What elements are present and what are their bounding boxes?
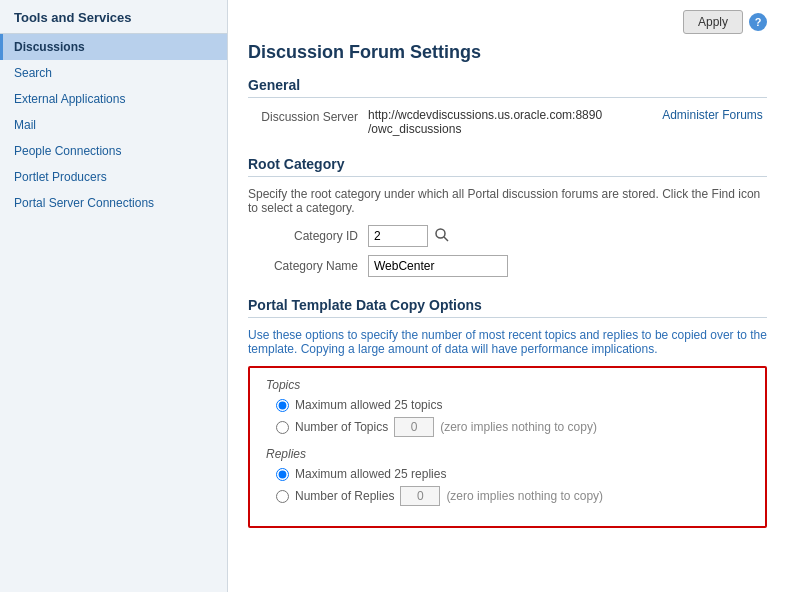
svg-point-0 bbox=[436, 229, 445, 238]
topics-group: Topics Maximum allowed 25 topics Number … bbox=[266, 378, 749, 437]
topics-max-radio-row: Maximum allowed 25 topics bbox=[266, 398, 749, 412]
topics-max-radio[interactable] bbox=[276, 399, 289, 412]
root-category-section: Root Category Specify the root category … bbox=[248, 156, 767, 277]
portal-template-header: Portal Template Data Copy Options bbox=[248, 297, 767, 318]
server-url-line2: /owc_discussions bbox=[368, 122, 602, 136]
topics-number-input[interactable] bbox=[394, 417, 434, 437]
sidebar-item-discussions[interactable]: Discussions bbox=[0, 34, 227, 60]
sidebar-item-portlet-producers[interactable]: Portlet Producers bbox=[0, 164, 227, 190]
topics-max-label[interactable]: Maximum allowed 25 topics bbox=[295, 398, 442, 412]
category-name-row: Category Name bbox=[248, 255, 767, 277]
search-icon[interactable] bbox=[434, 227, 450, 246]
sidebar: Tools and Services Discussions Search Ex… bbox=[0, 0, 228, 592]
discussion-server-row: Discussion Server http://wcdevdiscussion… bbox=[248, 108, 767, 136]
general-section: General Discussion Server http://wcdevdi… bbox=[248, 77, 767, 136]
svg-line-1 bbox=[444, 237, 448, 241]
topics-number-label[interactable]: Number of Topics bbox=[295, 420, 388, 434]
general-section-header: General bbox=[248, 77, 767, 98]
replies-max-label[interactable]: Maximum allowed 25 replies bbox=[295, 467, 446, 481]
sidebar-item-people-connections[interactable]: People Connections bbox=[0, 138, 227, 164]
topics-number-radio[interactable] bbox=[276, 421, 289, 434]
replies-max-radio[interactable] bbox=[276, 468, 289, 481]
server-url-line1: http://wcdevdiscussions.us.oracle.com:88… bbox=[368, 108, 602, 122]
category-id-input[interactable] bbox=[368, 225, 428, 247]
replies-group-title: Replies bbox=[266, 447, 749, 461]
discussion-server-value: http://wcdevdiscussions.us.oracle.com:88… bbox=[368, 108, 602, 136]
top-bar: Apply ? bbox=[248, 10, 767, 34]
help-icon[interactable]: ? bbox=[749, 13, 767, 31]
replies-max-radio-row: Maximum allowed 25 replies bbox=[266, 467, 749, 481]
topics-zero-hint: (zero implies nothing to copy) bbox=[440, 420, 597, 434]
page-title: Discussion Forum Settings bbox=[248, 42, 767, 63]
apply-button[interactable]: Apply bbox=[683, 10, 743, 34]
sidebar-item-mail[interactable]: Mail bbox=[0, 112, 227, 138]
main-content: Apply ? Discussion Forum Settings Genera… bbox=[228, 0, 787, 592]
root-category-header: Root Category bbox=[248, 156, 767, 177]
administer-forums-link[interactable]: Administer Forums bbox=[662, 108, 763, 122]
category-id-label: Category ID bbox=[248, 229, 368, 243]
sidebar-item-search[interactable]: Search bbox=[0, 60, 227, 86]
replies-zero-hint: (zero implies nothing to copy) bbox=[446, 489, 603, 503]
replies-number-input[interactable] bbox=[400, 486, 440, 506]
topics-number-radio-row: Number of Topics (zero implies nothing t… bbox=[266, 417, 749, 437]
replies-number-radio[interactable] bbox=[276, 490, 289, 503]
sidebar-item-external-applications[interactable]: External Applications bbox=[0, 86, 227, 112]
category-id-row: Category ID bbox=[248, 225, 767, 247]
replies-number-radio-row: Number of Replies (zero implies nothing … bbox=[266, 486, 749, 506]
category-name-input[interactable] bbox=[368, 255, 508, 277]
discussion-server-label: Discussion Server bbox=[248, 108, 368, 124]
portal-template-desc: Use these options to specify the number … bbox=[248, 328, 767, 356]
portal-template-section: Portal Template Data Copy Options Use th… bbox=[248, 297, 767, 528]
replies-number-label[interactable]: Number of Replies bbox=[295, 489, 394, 503]
replies-group: Replies Maximum allowed 25 replies Numbe… bbox=[266, 447, 749, 506]
root-category-desc: Specify the root category under which al… bbox=[248, 187, 767, 215]
category-name-label: Category Name bbox=[248, 259, 368, 273]
options-box: Topics Maximum allowed 25 topics Number … bbox=[248, 366, 767, 528]
sidebar-title: Tools and Services bbox=[0, 0, 227, 34]
sidebar-item-portal-server-connections[interactable]: Portal Server Connections bbox=[0, 190, 227, 216]
topics-group-title: Topics bbox=[266, 378, 749, 392]
